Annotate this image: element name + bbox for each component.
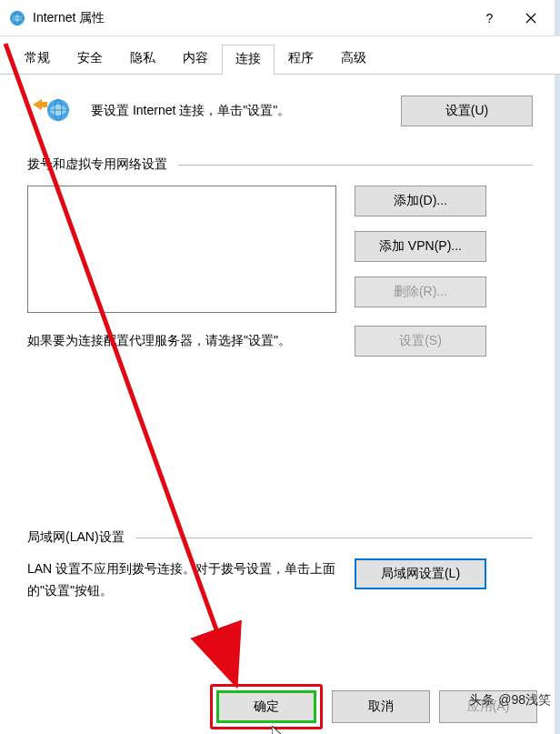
dial-settings-button: 设置(S) bbox=[355, 326, 486, 357]
ok-button[interactable]: 确定 bbox=[216, 690, 316, 723]
window-title: Internet 属性 bbox=[33, 10, 105, 26]
dial-connections-listbox[interactable] bbox=[27, 186, 336, 313]
tab-connections[interactable]: 连接 bbox=[222, 45, 275, 75]
help-button[interactable]: ? bbox=[469, 0, 510, 36]
watermark-text: 头条 @98浅笑 bbox=[469, 692, 551, 709]
tab-panel-connections: 要设置 Internet 连接，单击"设置"。 设置(U) 拨号和虚拟专用网络设… bbox=[0, 75, 560, 681]
cancel-button[interactable]: 取消 bbox=[332, 690, 430, 723]
titlebar: Internet 属性 ? bbox=[0, 0, 560, 36]
add-button[interactable]: 添加(D)... bbox=[355, 186, 486, 216]
dial-section-label: 拨号和虚拟专用网络设置 bbox=[27, 156, 167, 173]
tab-privacy[interactable]: 隐私 bbox=[116, 44, 169, 74]
lan-section-title: 局域网(LAN)设置 bbox=[27, 529, 533, 546]
tab-advanced[interactable]: 高级 bbox=[327, 44, 380, 74]
ok-button-label: 确定 bbox=[254, 699, 279, 715]
svg-marker-5 bbox=[33, 99, 47, 110]
setup-button[interactable]: 设置(U) bbox=[401, 96, 533, 126]
tab-security[interactable]: 安全 bbox=[64, 44, 116, 74]
dial-section-title: 拨号和虚拟专用网络设置 bbox=[27, 156, 533, 173]
setup-connection-icon bbox=[27, 93, 73, 129]
tab-general[interactable]: 常规 bbox=[11, 44, 64, 74]
proxy-instruction-text: 如果要为连接配置代理服务器，请选择"设置"。 bbox=[27, 333, 336, 349]
remove-button: 删除(R)... bbox=[355, 277, 486, 307]
lan-settings-button[interactable]: 局域网设置(L) bbox=[355, 558, 486, 589]
close-button[interactable] bbox=[510, 0, 551, 36]
tab-bar: 常规 安全 隐私 内容 连接 程序 高级 bbox=[0, 36, 560, 75]
lan-section-label: 局域网(LAN)设置 bbox=[27, 529, 125, 546]
ok-button-highlight: 确定 bbox=[210, 684, 323, 729]
svg-marker-9 bbox=[272, 726, 283, 734]
setup-instruction-text: 要设置 Internet 连接，单击"设置"。 bbox=[91, 103, 383, 119]
internet-options-icon bbox=[9, 10, 25, 26]
tab-content[interactable]: 内容 bbox=[169, 44, 222, 74]
cursor-icon bbox=[272, 726, 285, 734]
tab-programs[interactable]: 程序 bbox=[275, 44, 327, 74]
add-vpn-button[interactable]: 添加 VPN(P)... bbox=[355, 231, 486, 262]
lan-instruction-text: LAN 设置不应用到拨号连接。对于拨号设置，单击上面的"设置"按钮。 bbox=[27, 558, 336, 602]
